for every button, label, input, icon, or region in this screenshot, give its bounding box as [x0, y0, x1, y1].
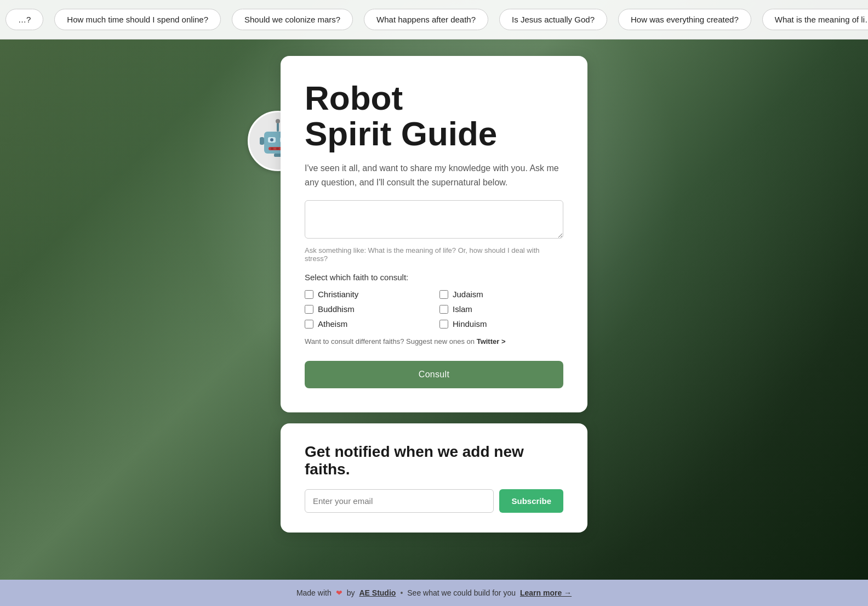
notify-card: Get notified when we add new faiths. Sub… [281, 423, 587, 533]
checkbox-islam[interactable] [439, 305, 448, 314]
footer-see-text: See what we could build for you [407, 588, 516, 597]
checkbox-christianity[interactable] [305, 290, 313, 299]
top-pill[interactable]: How was everything created? [618, 9, 751, 30]
faith-atheism[interactable]: Atheism [305, 319, 429, 329]
faith-label: Select which faith to consult: [305, 273, 563, 282]
footer-dot: • [400, 588, 403, 597]
card-title: Robot Spirit Guide [305, 80, 563, 151]
top-pill[interactable]: Should we colonize mars? [232, 9, 353, 30]
top-pill[interactable]: What happens after death? [364, 9, 488, 30]
svg-point-2 [276, 119, 280, 123]
twitter-link[interactable]: Twitter > [477, 337, 506, 346]
faith-islam[interactable]: Islam [439, 304, 563, 314]
top-pill[interactable]: How much time should I spend online? [54, 9, 221, 30]
checkbox-judaism[interactable] [439, 290, 448, 299]
svg-rect-12 [260, 137, 264, 145]
card-subtitle: I've seen it all, and want to share my k… [305, 161, 563, 189]
consult-button[interactable]: Consult [305, 361, 563, 388]
svg-rect-8 [271, 148, 273, 150]
notify-title: Get notified when we add new faiths. [305, 443, 563, 478]
suggest-text: Want to consult different faiths? Sugges… [305, 337, 563, 346]
heart-icon: ❤ [336, 588, 342, 597]
faith-christianity[interactable]: Christianity [305, 290, 429, 299]
hint-text: Ask something like: What is the meaning … [305, 246, 563, 263]
learn-more-link[interactable]: Learn more → [520, 588, 572, 597]
top-pill[interactable]: …? [5, 9, 43, 30]
top-bar: …?How much time should I spend online?Sh… [0, 0, 868, 39]
footer: Made with ❤ by AE Studio • See what we c… [0, 580, 868, 606]
subscribe-button[interactable]: Subscribe [499, 489, 563, 513]
checkbox-buddhism[interactable] [305, 305, 313, 314]
email-input[interactable] [305, 489, 494, 513]
checkbox-hinduism[interactable] [439, 320, 448, 329]
faith-grid: Christianity Judaism Buddhism Islam [305, 290, 563, 329]
faith-buddhism[interactable]: Buddhism [305, 304, 429, 314]
checkbox-atheism[interactable] [305, 320, 313, 329]
main-card: Robot Spirit Guide I've seen it all, and… [281, 56, 587, 412]
footer-by: by [347, 588, 355, 597]
svg-point-5 [270, 138, 273, 141]
top-pill[interactable]: What is the meaning of li… [762, 9, 868, 30]
ae-studio-link[interactable]: AE Studio [359, 588, 396, 597]
question-input[interactable] [305, 200, 563, 239]
footer-made-with: Made with [296, 588, 332, 597]
faith-judaism[interactable]: Judaism [439, 290, 563, 299]
svg-rect-9 [276, 148, 279, 150]
faith-hinduism[interactable]: Hinduism [439, 319, 563, 329]
top-pill[interactable]: Is Jesus actually God? [499, 9, 607, 30]
notify-row: Subscribe [305, 489, 563, 513]
